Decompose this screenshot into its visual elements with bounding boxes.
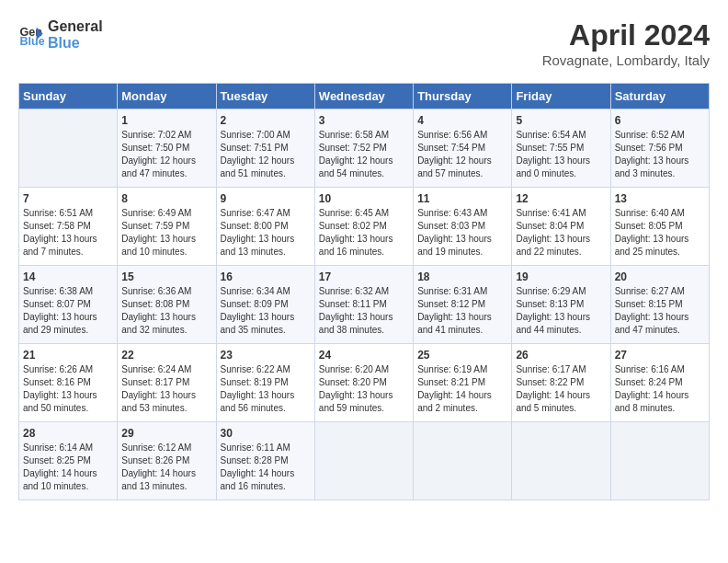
calendar-cell: 20Sunrise: 6:27 AMSunset: 8:15 PMDayligh… <box>610 266 709 344</box>
calendar-cell: 5Sunrise: 6:54 AMSunset: 7:55 PMDaylight… <box>512 109 610 188</box>
weekday-header-monday: Monday <box>118 84 216 109</box>
logo-text: General Blue <box>48 18 103 51</box>
calendar-cell: 21Sunrise: 6:26 AMSunset: 8:16 PMDayligh… <box>19 344 118 422</box>
calendar-cell <box>414 422 512 500</box>
calendar-cell: 1Sunrise: 7:02 AMSunset: 7:50 PMDaylight… <box>118 109 216 188</box>
day-info: Sunrise: 6:45 AMSunset: 8:02 PMDaylight:… <box>319 207 409 259</box>
day-info: Sunrise: 6:27 AMSunset: 8:15 PMDaylight:… <box>615 285 705 337</box>
day-info: Sunrise: 6:51 AMSunset: 7:58 PMDaylight:… <box>23 207 113 259</box>
day-number: 4 <box>417 114 507 127</box>
day-number: 15 <box>121 270 211 283</box>
day-number: 13 <box>615 192 705 205</box>
calendar-cell: 7Sunrise: 6:51 AMSunset: 7:58 PMDaylight… <box>19 188 118 266</box>
svg-text:Blue: Blue <box>19 35 44 48</box>
calendar-cell: 13Sunrise: 6:40 AMSunset: 8:05 PMDayligh… <box>610 188 709 266</box>
calendar-cell: 26Sunrise: 6:17 AMSunset: 8:22 PMDayligh… <box>512 344 610 422</box>
calendar-cell: 19Sunrise: 6:29 AMSunset: 8:13 PMDayligh… <box>512 266 610 344</box>
day-info: Sunrise: 6:12 AMSunset: 8:26 PMDaylight:… <box>121 442 211 493</box>
calendar-cell: 6Sunrise: 6:52 AMSunset: 7:56 PMDaylight… <box>610 109 709 188</box>
calendar-cell <box>610 422 709 500</box>
logo-icon: Gen Blue <box>18 22 44 48</box>
calendar-cell <box>314 422 413 500</box>
week-row-2: 7Sunrise: 6:51 AMSunset: 7:58 PMDaylight… <box>19 188 710 266</box>
day-number: 22 <box>121 349 211 362</box>
day-info: Sunrise: 7:02 AMSunset: 7:50 PMDaylight:… <box>121 129 211 180</box>
day-info: Sunrise: 6:26 AMSunset: 8:16 PMDaylight:… <box>23 363 113 415</box>
day-info: Sunrise: 6:36 AMSunset: 8:08 PMDaylight:… <box>121 285 211 337</box>
calendar-cell: 16Sunrise: 6:34 AMSunset: 8:09 PMDayligh… <box>216 266 314 344</box>
day-number: 9 <box>221 192 311 205</box>
calendar-body: 1Sunrise: 7:02 AMSunset: 7:50 PMDaylight… <box>19 109 710 500</box>
calendar-table: SundayMondayTuesdayWednesdayThursdayFrid… <box>18 83 710 500</box>
day-number: 17 <box>319 270 409 283</box>
page-header: Gen Blue General Blue April 2024 Rovagna… <box>18 18 710 68</box>
day-number: 2 <box>221 114 311 127</box>
day-number: 29 <box>121 427 211 440</box>
calendar-cell: 18Sunrise: 6:31 AMSunset: 8:12 PMDayligh… <box>414 266 512 344</box>
day-info: Sunrise: 6:32 AMSunset: 8:11 PMDaylight:… <box>319 285 409 337</box>
day-info: Sunrise: 6:49 AMSunset: 7:59 PMDaylight:… <box>121 207 211 259</box>
day-info: Sunrise: 6:41 AMSunset: 8:04 PMDaylight:… <box>516 207 606 259</box>
calendar-header: SundayMondayTuesdayWednesdayThursdayFrid… <box>19 84 710 109</box>
calendar-cell: 30Sunrise: 6:11 AMSunset: 8:28 PMDayligh… <box>216 422 314 500</box>
calendar-cell: 12Sunrise: 6:41 AMSunset: 8:04 PMDayligh… <box>512 188 610 266</box>
day-info: Sunrise: 6:19 AMSunset: 8:21 PMDaylight:… <box>417 363 507 415</box>
weekday-header-sunday: Sunday <box>19 84 118 109</box>
calendar-cell: 17Sunrise: 6:32 AMSunset: 8:11 PMDayligh… <box>314 266 413 344</box>
week-row-5: 28Sunrise: 6:14 AMSunset: 8:25 PMDayligh… <box>19 422 710 500</box>
day-info: Sunrise: 7:00 AMSunset: 7:51 PMDaylight:… <box>221 129 311 180</box>
calendar-cell: 22Sunrise: 6:24 AMSunset: 8:17 PMDayligh… <box>118 344 216 422</box>
day-info: Sunrise: 6:34 AMSunset: 8:09 PMDaylight:… <box>221 285 311 337</box>
day-number: 19 <box>516 270 606 283</box>
day-info: Sunrise: 6:11 AMSunset: 8:28 PMDaylight:… <box>221 442 311 493</box>
day-number: 7 <box>23 192 113 205</box>
day-info: Sunrise: 6:40 AMSunset: 8:05 PMDaylight:… <box>615 207 705 259</box>
day-number: 16 <box>221 270 311 283</box>
logo: Gen Blue General Blue <box>18 18 103 51</box>
day-number: 28 <box>23 427 113 440</box>
week-row-3: 14Sunrise: 6:38 AMSunset: 8:07 PMDayligh… <box>19 266 710 344</box>
day-number: 18 <box>417 270 507 283</box>
day-number: 21 <box>23 349 113 362</box>
day-number: 8 <box>121 192 211 205</box>
calendar-cell <box>19 109 118 188</box>
calendar-cell: 23Sunrise: 6:22 AMSunset: 8:19 PMDayligh… <box>216 344 314 422</box>
weekday-row: SundayMondayTuesdayWednesdayThursdayFrid… <box>19 84 710 109</box>
day-number: 14 <box>23 270 113 283</box>
day-number: 5 <box>516 114 606 127</box>
day-number: 11 <box>417 192 507 205</box>
day-number: 26 <box>516 349 606 362</box>
day-info: Sunrise: 6:31 AMSunset: 8:12 PMDaylight:… <box>417 285 507 337</box>
calendar-cell: 4Sunrise: 6:56 AMSunset: 7:54 PMDaylight… <box>414 109 512 188</box>
day-number: 27 <box>615 349 705 362</box>
day-info: Sunrise: 6:58 AMSunset: 7:52 PMDaylight:… <box>319 129 409 180</box>
day-number: 3 <box>319 114 409 127</box>
weekday-header-friday: Friday <box>512 84 610 109</box>
day-info: Sunrise: 6:38 AMSunset: 8:07 PMDaylight:… <box>23 285 113 337</box>
calendar-cell: 10Sunrise: 6:45 AMSunset: 8:02 PMDayligh… <box>314 188 413 266</box>
day-info: Sunrise: 6:20 AMSunset: 8:20 PMDaylight:… <box>319 363 409 415</box>
day-number: 23 <box>221 349 311 362</box>
week-row-1: 1Sunrise: 7:02 AMSunset: 7:50 PMDaylight… <box>19 109 710 188</box>
day-info: Sunrise: 6:24 AMSunset: 8:17 PMDaylight:… <box>121 363 211 415</box>
day-info: Sunrise: 6:16 AMSunset: 8:24 PMDaylight:… <box>615 363 705 415</box>
day-number: 24 <box>319 349 409 362</box>
day-info: Sunrise: 6:56 AMSunset: 7:54 PMDaylight:… <box>417 129 507 180</box>
day-number: 1 <box>121 114 211 127</box>
title-block: April 2024 Rovagnate, Lombardy, Italy <box>542 18 710 68</box>
day-info: Sunrise: 6:29 AMSunset: 8:13 PMDaylight:… <box>516 285 606 337</box>
location: Rovagnate, Lombardy, Italy <box>542 52 710 68</box>
weekday-header-tuesday: Tuesday <box>216 84 314 109</box>
weekday-header-thursday: Thursday <box>414 84 512 109</box>
day-info: Sunrise: 6:43 AMSunset: 8:03 PMDaylight:… <box>417 207 507 259</box>
day-number: 12 <box>516 192 606 205</box>
day-info: Sunrise: 6:52 AMSunset: 7:56 PMDaylight:… <box>615 129 705 180</box>
calendar-cell: 2Sunrise: 7:00 AMSunset: 7:51 PMDaylight… <box>216 109 314 188</box>
day-number: 25 <box>417 349 507 362</box>
weekday-header-saturday: Saturday <box>610 84 709 109</box>
calendar-cell: 14Sunrise: 6:38 AMSunset: 8:07 PMDayligh… <box>19 266 118 344</box>
calendar-cell: 25Sunrise: 6:19 AMSunset: 8:21 PMDayligh… <box>414 344 512 422</box>
calendar-cell: 3Sunrise: 6:58 AMSunset: 7:52 PMDaylight… <box>314 109 413 188</box>
week-row-4: 21Sunrise: 6:26 AMSunset: 8:16 PMDayligh… <box>19 344 710 422</box>
day-number: 20 <box>615 270 705 283</box>
